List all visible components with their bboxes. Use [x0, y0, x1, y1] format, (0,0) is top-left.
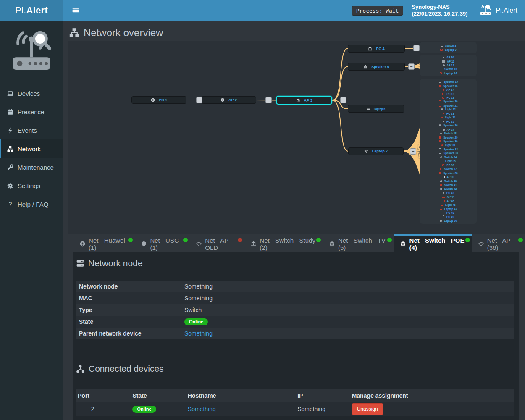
detail-value: Something — [184, 295, 213, 302]
sidebar-item-maintenance[interactable]: Maintenance — [0, 158, 63, 176]
device-item-label: Switch 42 — [444, 187, 457, 190]
device-item-ap-11[interactable]: AP 11 — [420, 59, 477, 63]
tab-net-ap-36[interactable]: Net - AP (36) — [472, 234, 525, 252]
network-node-laptop-7[interactable]: Laptop 7 — [348, 147, 404, 155]
globe-icon — [80, 241, 85, 247]
device-item-speaker-30[interactable]: Speaker 30 — [420, 139, 477, 143]
share-nodes-icon — [76, 365, 85, 373]
sidebar-item-presence[interactable]: Presence — [0, 102, 63, 121]
device-item-speaker-33[interactable]: Speaker 33 — [420, 151, 477, 155]
person-device-icon — [440, 184, 442, 186]
network-node-pc-1[interactable]: PC 1 — [131, 96, 186, 104]
sidebar-item-devices[interactable]: Devices — [0, 84, 63, 102]
network-node-ap-2[interactable]: AP 2 — [201, 96, 256, 104]
device-item-switch-34[interactable]: Switch 34 — [420, 155, 477, 159]
tab-net-switch-poe-4[interactable]: Net - Switch - POE (4) — [394, 234, 472, 252]
device-item-label: Speaker 21 — [443, 104, 457, 107]
device-item-switch-37[interactable]: Switch 37 — [420, 167, 477, 171]
device-item-pc-25[interactable]: PC 25 — [420, 120, 477, 123]
brand[interactable]: Pi.Alert — [479, 4, 520, 17]
collapse-minus-button[interactable]: − — [196, 97, 202, 103]
device-item-pc-23[interactable]: PC 23 — [420, 112, 477, 116]
network-node-section-title: Network node — [76, 258, 514, 268]
device-item-label: Speaker 32 — [444, 148, 458, 151]
device-item-pc-43[interactable]: PC 43 — [420, 191, 477, 195]
device-item-speaker-32[interactable]: Speaker 32 — [420, 147, 477, 151]
device-item-ap-44[interactable]: AP 44 — [420, 195, 477, 199]
device-item-ap-39[interactable]: AP 39 — [420, 175, 477, 179]
tab-net-usg-1[interactable]: Net - USG (1) — [135, 234, 190, 252]
device-item-speaker-15[interactable]: Speaker 15 — [420, 80, 477, 84]
tab-net-switch-tv-5[interactable]: Net - Switch - TV (5) — [323, 234, 394, 252]
device-item-laptop-14[interactable]: Laptop 14 — [420, 71, 477, 75]
device-item-speaker-21[interactable]: Speaker 21 — [420, 104, 477, 108]
device-item-laptop-47[interactable]: Laptop 47 — [420, 207, 477, 211]
sidebar-toggle-button[interactable] — [68, 4, 83, 18]
device-item-ap-10[interactable]: AP 10 — [420, 55, 477, 59]
device-item-light-22[interactable]: Light 22 — [420, 108, 477, 111]
device-item-switch-40[interactable]: Switch 40 — [420, 179, 477, 183]
tab-net-huawei-1[interactable]: Net - Huawei (1) — [74, 234, 135, 252]
device-item-laptop-9[interactable]: Laptop 9 — [420, 48, 477, 52]
device-item-ap-17[interactable]: AP 17 — [420, 88, 477, 92]
network-node-ap-3[interactable]: AP 3 — [276, 96, 332, 105]
device-item-switch-8[interactable]: Switch 8 — [420, 44, 477, 48]
network-node-laptop-6[interactable]: Laptop 6 — [348, 105, 404, 113]
collapse-minus-button[interactable]: − — [408, 63, 415, 70]
device-item-laptop-50[interactable]: Laptop 50 — [420, 219, 477, 223]
tab-net-switch-study-2[interactable]: Net - Switch - Study (2) — [244, 234, 323, 252]
device-item-speaker-38[interactable]: Speaker 38 — [420, 171, 477, 175]
device-item-light-46[interactable]: Light 46 — [420, 203, 477, 207]
device-item-switch-13[interactable]: Switch 13 — [420, 67, 477, 71]
bank-icon — [367, 108, 370, 110]
device-item-speaker-16[interactable]: Speaker 16 — [420, 84, 477, 87]
sidebar-item-label: Network — [18, 145, 41, 152]
device-item-speaker-29[interactable]: Speaker 29 — [420, 135, 477, 139]
network-node-pc-4[interactable]: PC 4 — [348, 45, 405, 52]
collapse-minus-button[interactable]: − — [265, 97, 272, 103]
device-item-speaker-26[interactable]: Speaker 26 — [420, 123, 477, 127]
collapse-minus-button[interactable]: − — [340, 97, 346, 103]
sidebar-item-settings[interactable]: Settings — [0, 176, 63, 195]
device-item-pc-19[interactable]: PC 19 — [420, 96, 477, 100]
cell-ip: Something — [296, 402, 350, 416]
network-node-speaker-5[interactable]: Speaker 5 — [348, 63, 405, 71]
square-o-device-icon — [443, 200, 445, 202]
hostname-link[interactable]: Something — [188, 406, 216, 412]
device-item-light-31[interactable]: Light 31 — [420, 143, 477, 147]
app-logo[interactable]: Pi.Alert — [0, 0, 63, 21]
dot-device-icon — [440, 133, 442, 134]
collapse-minus-button[interactable]: − — [410, 148, 416, 155]
device-item-pc-49[interactable]: PC 49 — [420, 215, 477, 218]
tab-net-ap-old[interactable]: Net - AP OLD — [190, 234, 244, 252]
collapse-minus-button[interactable]: − — [413, 45, 420, 51]
device-item-pc-48[interactable]: PC 48 — [420, 211, 477, 215]
detail-row-network-node: Network nodeSomething — [76, 281, 514, 292]
device-item-ap-45[interactable]: AP 45 — [420, 199, 477, 203]
device-item-switch-41[interactable]: Switch 41 — [420, 183, 477, 187]
parent-device-link[interactable]: Something — [184, 330, 213, 337]
device-item-ap-27[interactable]: AP 27 — [420, 127, 477, 131]
device-item-label: AP 39 — [447, 176, 454, 178]
device-item-pc-18[interactable]: PC 18 — [420, 92, 477, 95]
shield-icon — [141, 241, 147, 247]
sidebar-item-help-faq[interactable]: ?Help / FAQ — [0, 195, 63, 213]
process-status-badge: Process: Wait — [352, 6, 404, 16]
node-label: Laptop 7 — [372, 149, 388, 153]
sidebar-item-events[interactable]: Events — [0, 121, 63, 139]
main-content: Network overview Switch 8Laptop 9AP 10AP… — [63, 21, 525, 420]
unassign-button[interactable]: Unassign — [352, 403, 383, 415]
device-item-switch-28[interactable]: Switch 28 — [420, 131, 477, 135]
network-node-title-text: Network node — [88, 258, 143, 268]
sidebar-item-network[interactable]: Network — [0, 139, 63, 158]
node-label: Speaker 5 — [371, 65, 389, 69]
device-item-ap-12[interactable]: AP 12 — [420, 63, 477, 67]
green-status-dot — [128, 238, 133, 242]
dot-device-icon — [443, 57, 444, 58]
laptop-device-icon — [439, 148, 441, 150]
device-item-pc-36[interactable]: PC 36 — [420, 163, 477, 167]
device-item-light-24[interactable]: Light 24 — [420, 116, 477, 119]
device-item-switch-42[interactable]: Switch 42 — [420, 187, 477, 191]
device-item-light-35[interactable]: Light 35 — [420, 159, 477, 163]
device-item-speaker-20[interactable]: Speaker 20 — [420, 100, 477, 103]
